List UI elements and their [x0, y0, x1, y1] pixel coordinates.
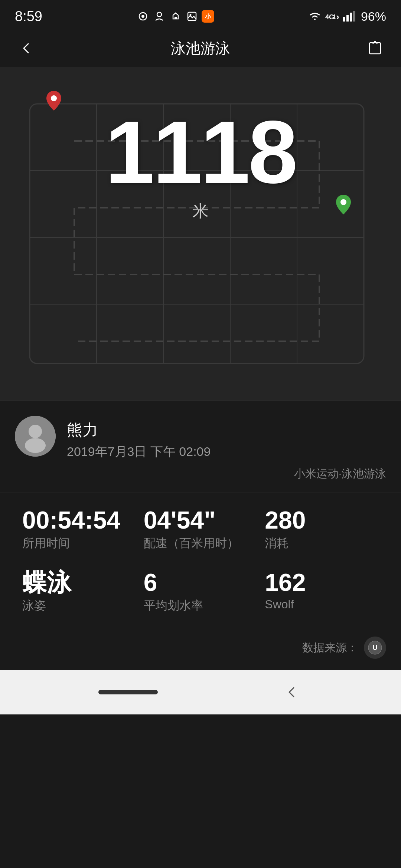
gallery-icon	[185, 10, 199, 23]
back-arrow-icon	[19, 41, 33, 56]
stat-label-stroke: 泳姿	[22, 598, 46, 614]
stat-item-pace: 04'54" 配速（百米用时）	[144, 508, 258, 552]
page-title: 泳池游泳	[171, 38, 230, 59]
stats-grid: 00:54:54 所用时间 04'54" 配速（百米用时） 280 消耗 蝶泳 …	[22, 508, 379, 614]
header: 泳池游泳	[0, 30, 401, 67]
stat-label-stroke-rate: 平均划水率	[144, 598, 203, 614]
svg-point-1	[141, 15, 144, 18]
user-name: 熊力	[67, 420, 386, 440]
stat-value-stroke-rate: 6	[144, 570, 157, 595]
stat-value-calories: 280	[265, 508, 306, 532]
status-right: 4G 1x 96%	[308, 9, 386, 24]
svg-point-27	[25, 438, 46, 453]
map-area: 1118 米	[0, 67, 401, 401]
stat-value-stroke: 蝶泳	[22, 570, 71, 595]
stat-item-swolf: 162 Swolf	[265, 570, 379, 614]
notification-icon-2	[153, 10, 166, 23]
distance-unit: 米	[192, 200, 209, 222]
svg-text:小: 小	[205, 13, 211, 20]
user-info: 熊力 2019年7月3日 下午 02:09	[67, 416, 386, 460]
back-button[interactable]	[15, 37, 37, 59]
stat-item-calories: 280 消耗	[265, 508, 379, 552]
user-datetime: 2019年7月3日 下午 02:09	[67, 443, 386, 460]
battery-level: 96%	[361, 9, 386, 24]
activity-source: 小米运动·泳池游泳	[15, 466, 386, 481]
status-bar: 8:59	[0, 0, 401, 30]
svg-text:U: U	[373, 644, 378, 651]
stat-label-time: 所用时间	[22, 535, 70, 552]
data-source-label: 数据来源：	[302, 640, 358, 655]
svg-rect-3	[175, 17, 177, 19]
wifi-icon	[308, 11, 322, 22]
svg-point-26	[29, 425, 42, 438]
stat-value-swolf: 162	[265, 570, 306, 595]
svg-rect-13	[369, 43, 381, 54]
nav-bar	[0, 670, 401, 714]
svg-rect-12	[353, 11, 355, 22]
data-source-icon: U	[364, 637, 386, 659]
notification-icon-1	[136, 10, 150, 23]
data-source-row: 数据来源： U	[0, 629, 401, 670]
stat-item-stroke: 蝶泳 泳姿	[22, 570, 136, 614]
svg-rect-9	[343, 17, 345, 22]
stat-label-pace: 配速（百米用时）	[144, 535, 239, 552]
status-icons: 小	[136, 10, 214, 23]
user-row: 熊力 2019年7月3日 下午 02:09	[15, 416, 386, 460]
nav-home-pill[interactable]	[98, 690, 158, 694]
share-button[interactable]	[364, 37, 386, 59]
user-section: 熊力 2019年7月3日 下午 02:09 小米运动·泳池游泳	[0, 401, 401, 493]
stats-section: 00:54:54 所用时间 04'54" 配速（百米用时） 280 消耗 蝶泳 …	[0, 493, 401, 629]
stat-value-pace: 04'54"	[144, 508, 216, 532]
svg-text:1x: 1x	[333, 13, 339, 21]
svg-rect-10	[346, 15, 349, 22]
stat-label-calories: 消耗	[265, 535, 288, 552]
status-time: 8:59	[15, 9, 42, 24]
notification-icon-3	[169, 10, 182, 23]
signal-bars-icon	[342, 11, 357, 22]
stat-value-time: 00:54:54	[22, 508, 120, 532]
nav-back-button[interactable]	[280, 681, 303, 703]
distance-container: 1118 米	[0, 85, 401, 222]
avatar	[15, 416, 56, 457]
signal-icon: 4G 1x	[325, 11, 339, 22]
stat-item-stroke-rate: 6 平均划水率	[144, 570, 258, 614]
stat-label-swolf: Swolf	[265, 598, 294, 611]
stat-item-time: 00:54:54 所用时间	[22, 508, 136, 552]
distance-value: 1118	[105, 108, 296, 197]
svg-rect-11	[350, 13, 352, 22]
share-icon	[368, 41, 382, 56]
xiaomi-icon: 小	[202, 10, 214, 23]
svg-point-2	[157, 12, 162, 17]
